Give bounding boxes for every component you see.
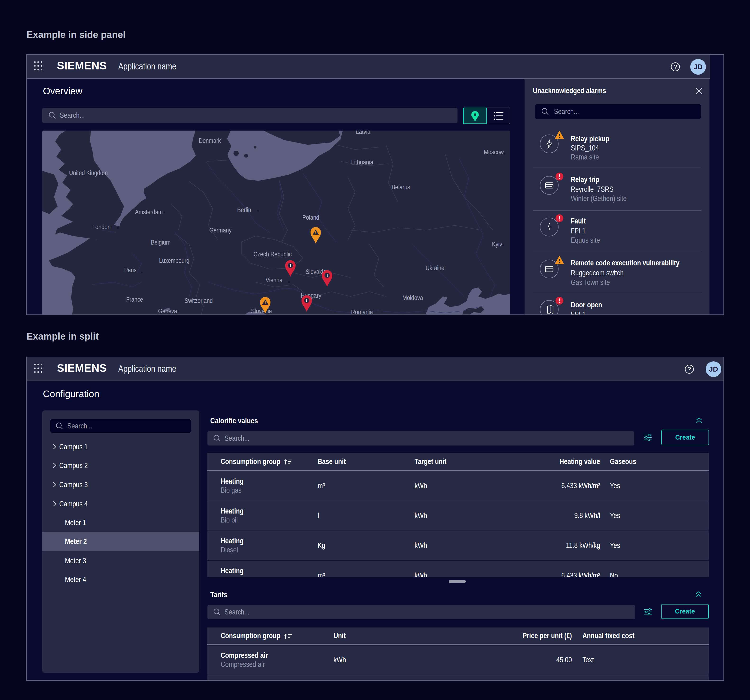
svg-text:Paris: Paris xyxy=(124,267,137,274)
svg-text:United Kingdom: United Kingdom xyxy=(69,169,108,177)
svg-text:?: ? xyxy=(688,366,691,373)
svg-text:France: France xyxy=(126,296,143,303)
svg-text:Slovenia: Slovenia xyxy=(251,308,272,315)
svg-text:Latvia: Latvia xyxy=(356,130,371,135)
svg-text:Amsterdam: Amsterdam xyxy=(135,209,163,216)
svg-text:Kyiv: Kyiv xyxy=(492,241,502,248)
svg-text:Moldova: Moldova xyxy=(403,294,423,301)
svg-text:Romania: Romania xyxy=(351,309,373,315)
svg-text:Moscow: Moscow xyxy=(484,149,504,156)
svg-text:Denmark: Denmark xyxy=(199,137,221,144)
svg-text:Luxembourg: Luxembourg xyxy=(159,257,189,264)
svg-text:Ukraine: Ukraine xyxy=(426,264,444,272)
svg-text:Czech Republic: Czech Republic xyxy=(254,251,292,258)
svg-text:Poland: Poland xyxy=(303,214,319,221)
svg-text:Germany: Germany xyxy=(209,227,232,234)
svg-text:Geneva: Geneva xyxy=(158,308,177,315)
svg-text:Berlin: Berlin xyxy=(237,206,251,213)
svg-text:Lithuania: Lithuania xyxy=(351,159,373,166)
svg-text:Switzerland: Switzerland xyxy=(184,297,213,304)
svg-text:Belarus: Belarus xyxy=(392,184,410,191)
svg-text:?: ? xyxy=(674,63,677,70)
svg-text:Vienna: Vienna xyxy=(266,276,283,284)
svg-text:Belgium: Belgium xyxy=(151,239,171,246)
svg-text:London: London xyxy=(92,223,111,230)
